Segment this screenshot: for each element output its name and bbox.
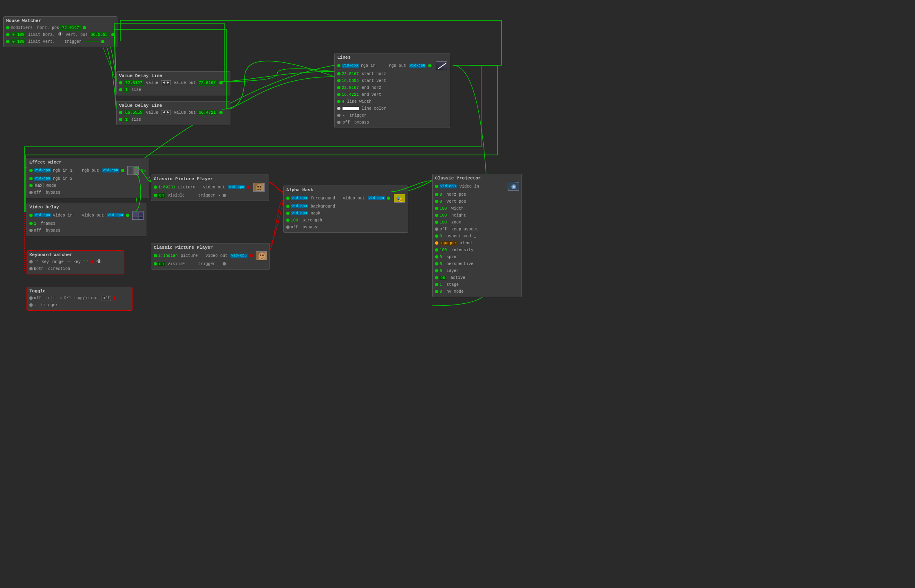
- port-toggle-trigger[interactable]: [29, 303, 33, 307]
- port-cp-active[interactable]: [435, 276, 438, 279]
- port-am-strength[interactable]: [286, 219, 290, 222]
- port-am-bypass[interactable]: [286, 225, 290, 229]
- port-cp-perspective[interactable]: [435, 262, 438, 265]
- port-out-trigger-mw[interactable]: [101, 40, 104, 43]
- effect-mixer-row-bypass: off bypass: [29, 189, 146, 196]
- value-delay-1-title: Value Delay Line: [119, 73, 228, 78]
- port-lines-endhorz[interactable]: [337, 86, 340, 89]
- lines-node: Lines vid-cpu rgb in rgb out vid-cpu 22.…: [334, 53, 450, 128]
- port-em-bypass[interactable]: [29, 191, 33, 194]
- port-cp-hvmode[interactable]: [435, 290, 438, 293]
- port-kw-key-out[interactable]: [91, 260, 94, 263]
- port-cp-spin[interactable]: [435, 255, 438, 259]
- port-kw-keyrange[interactable]: [29, 260, 33, 263]
- port-out-vd2[interactable]: [219, 111, 223, 114]
- port-lines-bypass[interactable]: [337, 121, 340, 124]
- port-cpp2-trigger[interactable]: [223, 262, 226, 265]
- port-vd1-value[interactable]: [119, 81, 122, 84]
- port-cpp2-picture[interactable]: [154, 254, 157, 257]
- svg-rect-6: [139, 217, 144, 220]
- effect-mixer-row-rgb1: vid-cpu rgb in 1 rgb out vid-cpu ⊕✕: [29, 166, 146, 175]
- port-cp-stage[interactable]: [435, 283, 438, 286]
- port-vd2-size[interactable]: [119, 118, 122, 121]
- port-cp-layer[interactable]: [435, 269, 438, 272]
- port-vdelay-bypass[interactable]: [29, 229, 33, 232]
- port-lines-linecolor[interactable]: [337, 107, 340, 110]
- port-cpp1-visible[interactable]: [154, 194, 157, 197]
- port-lines-starthorz[interactable]: [337, 72, 340, 75]
- port-lines-linewidth[interactable]: [337, 100, 340, 103]
- port-cpp1-trigger[interactable]: [223, 194, 226, 197]
- port-toggle-out[interactable]: [113, 296, 116, 300]
- port-cp-height[interactable]: [435, 214, 438, 217]
- svg-line-0: [438, 63, 446, 69]
- port-vdelay-out[interactable]: [126, 214, 129, 217]
- port-am-bg[interactable]: [286, 205, 290, 208]
- cp-row-vertpos: 0 vert pos: [435, 198, 519, 205]
- port-cpp1-picture[interactable]: [154, 186, 157, 189]
- cp-row-intensity: 100 intensity: [435, 247, 519, 253]
- port-vd1-size[interactable]: [119, 88, 122, 91]
- classic-picture-2-node: Classic Picture Player 2:Indian picture …: [151, 243, 270, 270]
- lines-row-rgb: vid-cpu rgb in rgb out vid-cpu: [337, 61, 447, 70]
- port-am-fg[interactable]: [286, 197, 290, 200]
- port-lines-rgbout[interactable]: [428, 64, 431, 67]
- classic-projector-node: Classic Projector vid-cpu video in 0 hor…: [432, 174, 522, 297]
- svg-rect-4: [139, 212, 144, 216]
- video-delay-title: Video Delay: [29, 205, 144, 210]
- svg-rect-1: [128, 167, 133, 175]
- svg-point-9: [260, 186, 261, 188]
- am-row-foreground: vid-cpu foreground video out vid-cpu 🎭: [286, 194, 405, 203]
- video-delay-row-bypass: off bypass: [29, 227, 144, 234]
- port-cp-zoom[interactable]: [435, 221, 438, 224]
- port-cpp2-videoout[interactable]: [250, 254, 253, 257]
- port-out-horzpos[interactable]: [83, 26, 86, 29]
- lines-row-bypass: off bypass: [337, 119, 447, 126]
- port-cp-blend[interactable]: [435, 241, 438, 245]
- port-cp-vertpos[interactable]: [435, 200, 438, 203]
- delay-icon-1: ◄+►: [161, 80, 171, 85]
- port-limit-horz-l[interactable]: [6, 33, 9, 36]
- port-vd2-value[interactable]: [119, 111, 122, 114]
- port-cpp1-videoout[interactable]: [247, 186, 250, 189]
- mouse-watcher-row-limit-horz: 0-100 limit horz. 👁 vert. pos 66.5555: [6, 31, 115, 38]
- port-em-mode[interactable]: [29, 184, 33, 187]
- kw-row-direction: both direction: [29, 265, 122, 272]
- lines-row-endvert: 16.4721 end vert: [337, 91, 447, 98]
- port-cp-intensity[interactable]: [435, 248, 438, 252]
- port-am-out[interactable]: [387, 197, 390, 200]
- port-vdelay-in[interactable]: [29, 214, 33, 217]
- port-out-vertpos[interactable]: [111, 33, 115, 36]
- port-em-rgb2[interactable]: [29, 177, 33, 180]
- am-thumbnail: 🎭: [394, 194, 405, 203]
- port-lines-endvert[interactable]: [337, 93, 340, 96]
- port-cp-keepaspect[interactable]: [435, 228, 438, 231]
- alpha-mask-title: Alpha Mask: [286, 188, 405, 192]
- port-lines-trigger[interactable]: [337, 114, 340, 117]
- svg-point-11: [260, 254, 261, 256]
- cp-row-aspectmod: 0 aspect mod _: [435, 233, 519, 239]
- port-lines-rgbin[interactable]: [337, 64, 340, 67]
- port-am-mask[interactable]: [286, 212, 290, 215]
- delay-icon-2: ◄+►: [161, 110, 171, 115]
- port-cpp2-visible[interactable]: [154, 262, 157, 265]
- port-lines-startvert[interactable]: [337, 79, 340, 82]
- cpp2-row-picture: 2:Indian picture video out vid-cpu: [154, 251, 267, 260]
- port-vdelay-frames[interactable]: [29, 222, 33, 225]
- video-delay-node: Video Delay vid-cpu video in video out v…: [27, 203, 146, 236]
- effect-mixer-node: Effect Mixer vid-cpu rgb in 1 rgb out vi…: [27, 158, 149, 198]
- svg-rect-5: [133, 217, 138, 220]
- port-out-vd1[interactable]: [219, 81, 223, 84]
- port-toggle-init[interactable]: [29, 296, 33, 300]
- cpp1-thumbnail: [253, 183, 265, 192]
- port-limit-vert-l[interactable]: [6, 40, 9, 43]
- port-em-rgb1[interactable]: [29, 169, 33, 172]
- port-kw-direction[interactable]: [29, 267, 33, 270]
- port-em-rgbout[interactable]: [121, 169, 124, 172]
- classic-picture-2-title: Classic Picture Player: [154, 245, 267, 250]
- port-cp-width[interactable]: [435, 207, 438, 210]
- port-cp-horzpos[interactable]: [435, 193, 438, 196]
- port-modifiers[interactable]: [6, 26, 9, 29]
- port-cp-videoin[interactable]: [435, 185, 438, 188]
- port-cp-aspectmod[interactable]: [435, 234, 438, 238]
